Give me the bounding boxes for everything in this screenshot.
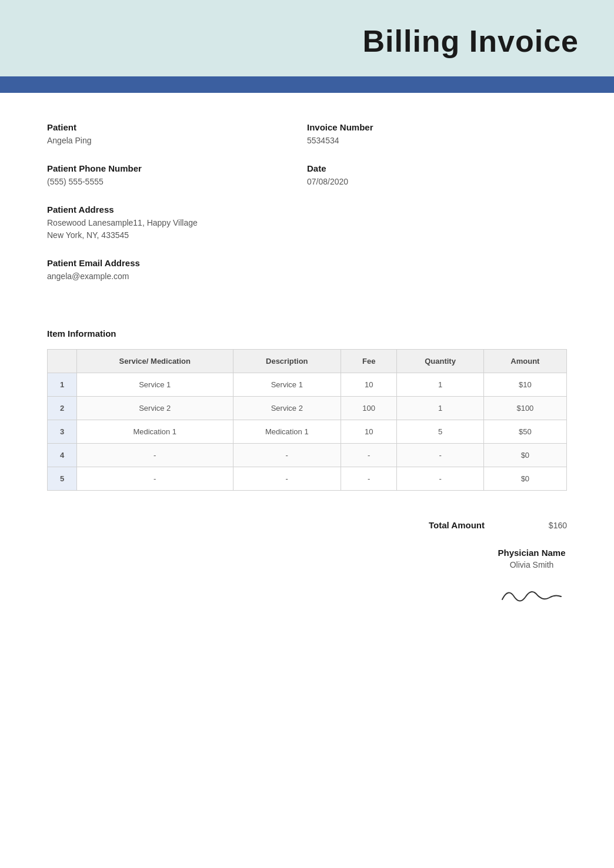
row-number: 5 (48, 467, 77, 491)
invoice-number-block: Invoice Number 5534534 (307, 122, 567, 147)
row-quantity: - (397, 467, 483, 491)
patient-block: Patient Angela Ping (47, 122, 307, 147)
row-fee: 100 (341, 397, 397, 420)
row-fee: - (341, 444, 397, 467)
col-fee: Fee (341, 350, 397, 373)
row-fee: 10 (341, 373, 397, 397)
row-service: - (77, 467, 233, 491)
row-number: 2 (48, 397, 77, 420)
col-service: Service/ Medication (77, 350, 233, 373)
total-value: $160 (532, 521, 567, 530)
row-fee: 10 (341, 420, 397, 444)
patient-phone-label: Patient Phone Number (47, 163, 307, 173)
items-section: Item Information Service/ Medication Des… (0, 317, 614, 508)
invoice-date-block: Date 07/08/2020 (307, 163, 567, 188)
invoice-date: 07/08/2020 (307, 176, 567, 188)
invoice-info-right: Invoice Number 5534534 Date 07/08/2020 (307, 122, 567, 299)
row-amount: $0 (483, 444, 566, 467)
row-amount: $100 (483, 397, 566, 420)
patient-address-block: Patient Address Rosewood Lanesample11, H… (47, 205, 307, 242)
physician-name: Olivia Smith (496, 560, 567, 569)
info-section: Patient Angela Ping Patient Phone Number… (0, 93, 614, 317)
row-amount: $50 (483, 420, 566, 444)
row-number: 1 (48, 373, 77, 397)
col-num (48, 350, 77, 373)
items-table: Service/ Medication Description Fee Quan… (47, 349, 567, 491)
patient-label: Patient (47, 122, 307, 132)
table-row: 5 - - - - $0 (48, 467, 567, 491)
row-description: - (233, 467, 341, 491)
row-description: Medication 1 (233, 420, 341, 444)
row-service: Service 2 (77, 397, 233, 420)
col-amount: Amount (483, 350, 566, 373)
row-quantity: 1 (397, 397, 483, 420)
invoice-number: 5534534 (307, 135, 567, 147)
row-amount: $10 (483, 373, 566, 397)
row-service: - (77, 444, 233, 467)
row-description: - (233, 444, 341, 467)
physician-section: Physician Name Olivia Smith (0, 542, 614, 628)
total-section: Total Amount $160 (0, 508, 614, 542)
invoice-number-label: Invoice Number (307, 122, 567, 132)
patient-address-label: Patient Address (47, 205, 307, 215)
table-row: 1 Service 1 Service 1 10 1 $10 (48, 373, 567, 397)
patient-info-left: Patient Angela Ping Patient Phone Number… (47, 122, 307, 299)
patient-phone-block: Patient Phone Number (555) 555-5555 (47, 163, 307, 188)
row-quantity: - (397, 444, 483, 467)
row-quantity: 5 (397, 420, 483, 444)
row-service: Medication 1 (77, 420, 233, 444)
row-number: 4 (48, 444, 77, 467)
patient-email: angela@example.com (47, 270, 307, 283)
col-quantity: Quantity (397, 350, 483, 373)
table-row: 4 - - - - $0 (48, 444, 567, 467)
patient-name: Angela Ping (47, 135, 307, 147)
table-row: 3 Medication 1 Medication 1 10 5 $50 (48, 420, 567, 444)
items-title: Item Information (47, 329, 567, 339)
patient-address: Rosewood Lanesample11, Happy Village New… (47, 217, 307, 242)
row-number: 3 (48, 420, 77, 444)
row-quantity: 1 (397, 373, 483, 397)
row-description: Service 1 (233, 373, 341, 397)
invoice-date-label: Date (307, 163, 567, 173)
header-section: Billing Invoice (0, 0, 614, 76)
page-title: Billing Invoice (35, 24, 579, 59)
row-fee: - (341, 467, 397, 491)
total-label: Total Amount (429, 520, 485, 530)
physician-block: Physician Name Olivia Smith (496, 548, 567, 611)
physician-label: Physician Name (496, 548, 567, 558)
col-description: Description (233, 350, 341, 373)
billing-invoice-page: Billing Invoice Patient Angela Ping Pati… (0, 0, 614, 868)
patient-phone: (555) 555-5555 (47, 176, 307, 188)
patient-email-block: Patient Email Address angela@example.com (47, 258, 307, 283)
table-row: 2 Service 2 Service 2 100 1 $100 (48, 397, 567, 420)
physician-signature (496, 579, 567, 608)
patient-email-label: Patient Email Address (47, 258, 307, 268)
table-header-row: Service/ Medication Description Fee Quan… (48, 350, 567, 373)
row-amount: $0 (483, 467, 566, 491)
header-blue-bar (0, 76, 614, 93)
row-service: Service 1 (77, 373, 233, 397)
row-description: Service 2 (233, 397, 341, 420)
